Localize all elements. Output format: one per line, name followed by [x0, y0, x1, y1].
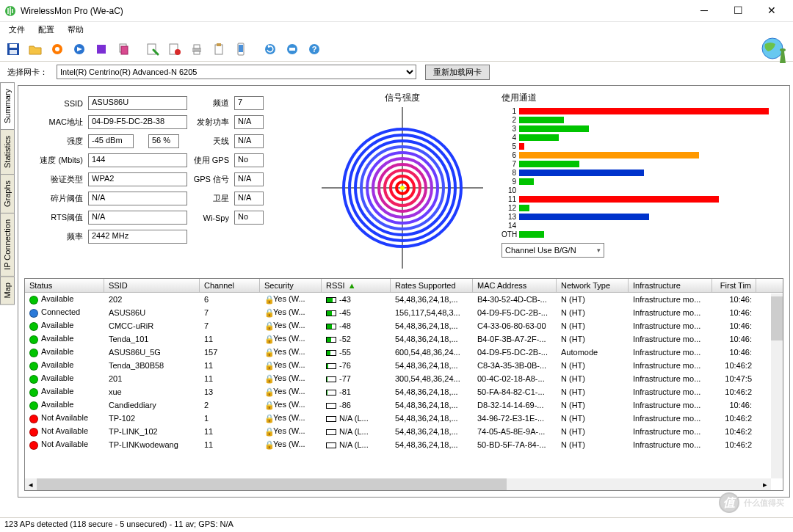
send-icon[interactable] [69, 39, 90, 59]
table-row[interactable]: AvailableTenda_3B0B5811🔒Yes (W...-7654,4… [25, 359, 783, 372]
mac-label: MAC地址 [26, 114, 86, 130]
svg-rect-14 [194, 45, 200, 48]
table-row[interactable]: AvailableCandieddiary2🔒Yes (W...-8654,48… [25, 398, 783, 412]
phone-icon[interactable] [231, 39, 251, 59]
tab-ip-connection[interactable]: IP Connection [0, 213, 15, 277]
col-ssid[interactable]: SSID [104, 279, 200, 292]
close-button[interactable]: ✕ [755, 0, 789, 21]
menu-file[interactable]: 文件 [6, 23, 28, 37]
table-row[interactable]: Not AvailableTP-1021🔒Yes (W...N/A (L...5… [25, 412, 783, 425]
svg-rect-22 [289, 48, 295, 51]
col-security[interactable]: Security [260, 279, 322, 292]
speed-label: 速度 (Mbits) [26, 153, 86, 168]
auth-label: 验证类型 [26, 172, 86, 187]
channel-label: 频道 [189, 95, 232, 111]
signal-gauge: 信号强度 [311, 92, 494, 275]
freq-value: 2442 MHz [88, 230, 187, 244]
print-icon[interactable] [187, 39, 207, 59]
record-icon[interactable] [47, 39, 68, 59]
col-mac[interactable]: MAC Address [473, 279, 557, 292]
tab-summary[interactable]: Summary [0, 82, 15, 130]
svg-point-12 [175, 49, 181, 55]
maximize-button[interactable]: ☐ [721, 0, 755, 21]
antenna-label: 天线 [189, 134, 232, 149]
frag-value: N/A [88, 192, 187, 205]
menu-bar: 文件 配置 帮助 [0, 22, 793, 37]
rts-value: N/A [88, 211, 187, 225]
col-ntype[interactable]: Network Type [557, 279, 629, 292]
pct-value: 56 % [148, 134, 179, 148]
reload-nic-button[interactable]: 重新加载网卡 [425, 65, 490, 80]
horizontal-scrollbar[interactable]: ◂ ▸ [25, 478, 771, 490]
svg-rect-2 [10, 44, 17, 48]
sat-value: N/A [234, 192, 264, 205]
antenna-value: N/A [234, 134, 264, 148]
col-rates[interactable]: Rates Supported [391, 279, 473, 292]
txpower-label: 发射功率 [189, 114, 232, 130]
title-bar: WirelessMon Pro (We-aC) ─ ☐ ✕ [0, 0, 793, 22]
ssid-value: ASUS86U [88, 96, 187, 110]
minimize-button[interactable]: ─ [687, 0, 721, 21]
log-stop-icon[interactable] [164, 39, 185, 59]
nic-select-row: 选择网卡： Intel(R) Centrino(R) Advanced-N 62… [0, 62, 793, 82]
sat-label: 卫星 [189, 191, 232, 206]
status-bar: 123 APs detected (118 secure - 5 unsecur… [0, 517, 793, 532]
save-icon[interactable] [3, 39, 23, 59]
strength-label: 强度 [26, 134, 86, 149]
table-row[interactable]: Not AvailableTP-LINKwodewang11🔒Yes (W...… [25, 438, 783, 451]
stop-icon[interactable] [91, 39, 112, 59]
svg-rect-17 [217, 43, 221, 46]
tab-statistics[interactable]: Statistics [0, 129, 15, 175]
dbm-value: -45 dBm [88, 134, 134, 148]
vertical-scrollbar[interactable] [771, 294, 783, 478]
svg-rect-15 [194, 51, 200, 54]
table-row[interactable]: Not AvailableTP-LINK_10211🔒Yes (W...N/A … [25, 425, 783, 438]
nic-select[interactable]: Intel(R) Centrino(R) Advanced-N 6205 [57, 65, 416, 79]
copy-icon[interactable] [113, 39, 134, 59]
channel-dropdown[interactable]: Channel Use B/G/N▾ [501, 243, 604, 258]
gpssig-label: GPS 信号 [189, 172, 232, 187]
table-row[interactable]: AvailableTenda_10111🔒Yes (W...-5254,48,3… [25, 332, 783, 346]
col-infra[interactable]: Infrastructure [629, 279, 712, 292]
svg-rect-19 [239, 45, 243, 52]
nic-label: 选择网卡： [7, 67, 48, 78]
svg-rect-3 [10, 50, 17, 54]
menu-help[interactable]: 帮助 [65, 23, 87, 37]
table-row[interactable]: AvailableCMCC-uRiR7🔒Yes (W...-4854,48,36… [25, 319, 783, 332]
info-panel: SSID ASUS86U 频道 7 MAC地址 04-D9-F5-DC-2B-3… [24, 92, 303, 275]
table-row[interactable]: AvailableASUS86U_5G157🔒Yes (W...-55600,5… [25, 346, 783, 359]
col-time[interactable]: First Tim [712, 279, 756, 292]
frag-label: 碎片阈值 [26, 191, 86, 206]
settings-icon[interactable] [282, 39, 303, 59]
refresh-icon[interactable] [260, 39, 280, 59]
gps-value: No [234, 153, 264, 167]
folder-icon[interactable] [25, 39, 46, 59]
tab-graphs[interactable]: Graphs [0, 174, 15, 214]
table-row[interactable]: ConnectedASUS86U7🔒Yes (W...-45156,117,54… [25, 306, 783, 319]
table-row[interactable]: Available20111🔒Yes (W...-77300,54,48,36,… [25, 372, 783, 385]
table-row[interactable]: Availablexue13🔒Yes (W...-8154,48,36,24,1… [25, 385, 783, 398]
globe-icon [759, 35, 789, 65]
col-channel[interactable]: Channel [200, 279, 260, 292]
rts-label: RTS阈值 [26, 210, 86, 225]
clipboard-icon[interactable] [209, 39, 229, 59]
wispy-label: Wi-Spy [189, 210, 232, 225]
channel-chart: 使用通道 1234567891011121314OTH Channel Use … [501, 92, 783, 275]
gauge-label: 信号强度 [311, 92, 494, 104]
window-title: WirelessMon Pro (We-aC) [21, 6, 123, 16]
tab-map[interactable]: Map [0, 276, 15, 305]
svg-rect-7 [97, 45, 106, 54]
help-icon[interactable]: ? [304, 39, 325, 59]
log-icon[interactable] [142, 39, 163, 59]
app-icon [4, 5, 16, 17]
col-status[interactable]: Status [25, 279, 104, 292]
ssid-label: SSID [26, 95, 86, 111]
col-rssi[interactable]: RSSI▲ [322, 279, 391, 292]
channel-value: 7 [234, 96, 264, 110]
wispy-value: No [234, 211, 264, 225]
mac-value: 04-D9-F5-DC-2B-38 [88, 115, 187, 129]
svg-point-40 [400, 186, 405, 190]
gps-label: 使用 GPS [189, 153, 232, 168]
table-row[interactable]: Available2026🔒Yes (W...-4354,48,36,24,18… [25, 293, 783, 306]
menu-config[interactable]: 配置 [35, 23, 57, 37]
